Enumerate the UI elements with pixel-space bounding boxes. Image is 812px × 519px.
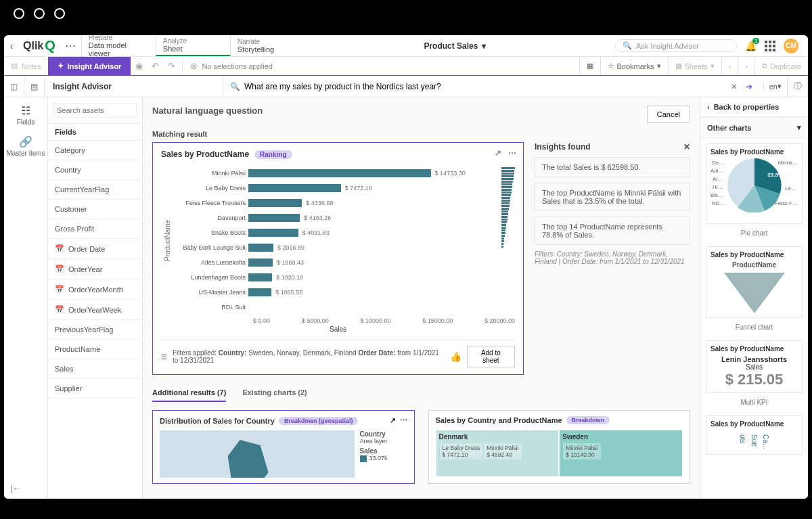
treemap-col[interactable]: DenmarkLe Baby Dress$ 7472.10Minnki Päls… [436, 430, 560, 477]
app-launcher-button[interactable] [765, 41, 775, 51]
asset-item[interactable]: 📅OrderYear [48, 259, 142, 279]
insights-title: Insights found [535, 142, 591, 152]
language-selector[interactable]: en ▾ [764, 76, 788, 97]
window-controls[interactable] [14, 8, 65, 19]
sheets-button[interactable]: ▦Sheets ▾ [668, 57, 721, 75]
bar [248, 288, 271, 296]
bar-row[interactable]: $ 7472.10 [248, 181, 496, 196]
more-icon[interactable]: ⋯ [508, 148, 516, 158]
duplicate-button[interactable]: ⧉Duplicate [754, 57, 808, 75]
notes-label: Notes [22, 62, 41, 70]
treemap-col[interactable]: SwedenMinnki Pälsii$ 10140.90 [559, 430, 683, 477]
chevron-down-icon: ▾ [797, 123, 801, 132]
asset-item[interactable]: Supplier [48, 379, 142, 399]
sheet-title-dropdown[interactable]: Product Sales ▾ [304, 35, 606, 56]
fullscreen-icon[interactable]: ↗ [495, 148, 501, 158]
treemap-cell[interactable]: Le Baby Dress$ 7472.10 [440, 443, 483, 459]
map-legend: Country Area layer Sales 33.07k [360, 430, 407, 478]
asset-item[interactable]: 📅Order Date [48, 239, 142, 259]
fullscreen-icon[interactable]: ↗ [390, 416, 396, 425]
asset-item[interactable]: Gross Profit [48, 219, 142, 239]
next-sheet-button[interactable]: › [738, 57, 754, 75]
bar-row[interactable]: $ 2016.89 [248, 240, 496, 255]
clear-selections-icon[interactable]: ⊗ [185, 61, 202, 71]
asset-item[interactable]: Category [48, 141, 142, 160]
close-icon[interactable]: ✕ [683, 142, 690, 152]
asset-item[interactable]: 📅OrderYearWeek [48, 300, 142, 320]
bar-row[interactable]: $ 1865.55 [248, 285, 496, 300]
bar-row[interactable]: $ 4031.63 [248, 225, 496, 240]
tab-existing-charts[interactable]: Existing charts (2) [242, 388, 307, 402]
treemap-cell[interactable]: Minnki Pälsii$ 4592.40 [484, 443, 521, 459]
prop-card-trellis[interactable]: Sales by ProductName ots Suit Ca… [706, 415, 803, 455]
bar-row[interactable]: $ 1968.43 [248, 255, 496, 270]
add-to-sheet-button[interactable]: Add to sheet [467, 346, 515, 367]
prop-card-pie[interactable]: Sales by ProductName De… Adi… Ai… Hi… Bi… [706, 143, 803, 224]
panel-toggle-left[interactable]: ◫ [4, 78, 24, 95]
asset-item-label: OrderYear [68, 265, 102, 273]
insight-advisor-toggle[interactable]: ✦Insight Advisor [48, 57, 131, 75]
cancel-button[interactable]: Cancel [647, 106, 690, 123]
mode-analyze-big: Sheet [163, 45, 223, 53]
asset-item[interactable]: ProductName [48, 340, 142, 359]
bar [248, 229, 298, 237]
step-back-icon[interactable]: ↶ [147, 61, 163, 71]
mode-analyze-tab[interactable]: Analyze Sheet [156, 35, 230, 56]
layout-icon[interactable]: ▦ [579, 57, 600, 75]
bar-row[interactable]: $ 4336.68 [248, 196, 496, 210]
nav-back-button[interactable]: ‹ [4, 35, 19, 56]
bar-label: Atles Lussekofta [174, 255, 248, 270]
assets-search-input[interactable] [53, 103, 137, 118]
bar-row[interactable]: $ 14733.30 [248, 166, 496, 181]
chevron-left-icon: ‹ [707, 103, 710, 111]
ia-search-input[interactable]: 🔍 ✕ ➔ [223, 82, 764, 91]
asset-item[interactable]: CurrentYearFlag [48, 180, 142, 200]
bar-row[interactable]: $ 4163.26 [248, 210, 496, 225]
sheet-title-text: Product Sales [424, 41, 478, 51]
back-to-properties[interactable]: ‹Back to properties [700, 97, 808, 117]
bookmarks-button[interactable]: ☆Bookmarks ▾ [600, 57, 668, 75]
notes-button[interactable]: ▤Notes [4, 62, 48, 70]
map-area[interactable] [160, 430, 355, 478]
prev-sheet-button[interactable]: ‹ [721, 57, 738, 75]
mode-prepare-tab[interactable]: Prepare Data model viewer [81, 35, 156, 56]
asset-item[interactable]: 📅OrderYearMonth [48, 279, 142, 300]
asset-item[interactable]: Sales [48, 359, 142, 379]
clear-icon[interactable]: ✕ [727, 82, 742, 91]
global-search-input[interactable]: 🔍 Ask Insight Advisor [615, 39, 737, 52]
thumbs-up-button[interactable]: 👍 [450, 351, 461, 362]
panel-toggle-right[interactable]: ▤ [24, 78, 45, 95]
selection-tool-icon[interactable]: ◉ [131, 61, 147, 71]
step-fwd-icon[interactable]: ↷ [163, 61, 179, 71]
app-logo[interactable]: QlikQ [19, 35, 60, 56]
notifications-button[interactable]: 🔔3 [745, 41, 757, 51]
trellis-thumb: ots Suit Ca… [710, 430, 798, 450]
prop-card-funnel[interactable]: Sales by ProductName ProductName [706, 246, 803, 318]
asset-item-label: CurrentYearFlag [55, 185, 109, 194]
submit-icon[interactable]: ➔ [742, 82, 757, 91]
user-avatar[interactable]: CM [784, 39, 798, 53]
rail-master-items[interactable]: 🔗Master items [6, 135, 45, 157]
other-charts-header[interactable]: Other charts▾ [700, 117, 808, 138]
tab-additional-results[interactable]: Additional results (7) [152, 388, 226, 402]
asset-item[interactable]: Customer [48, 200, 142, 219]
treemap-area[interactable]: DenmarkLe Baby Dress$ 7472.10Minnki Päls… [436, 430, 683, 477]
prop-card-kpi[interactable]: Sales by ProductName Lenin Jeansshorts S… [706, 340, 803, 393]
database-icon: ☷ [21, 104, 30, 117]
app-menu-button[interactable]: ⋯ [60, 35, 81, 56]
bar-row[interactable]: $ 1920.10 [248, 270, 496, 285]
bar [248, 214, 300, 222]
overview-scroll[interactable] [501, 166, 515, 315]
mode-narrate-tab[interactable]: Narrate Storytelling [230, 35, 304, 56]
asset-item[interactable]: Country [48, 160, 142, 180]
ia-question-field[interactable] [244, 82, 727, 91]
treemap-cell[interactable]: Minnki Pälsii$ 10140.90 [563, 443, 600, 459]
rail-fields[interactable]: ☷Fields [17, 104, 35, 126]
collapse-handle[interactable]: |← [11, 484, 21, 493]
bar-value: $ 1920.10 [276, 274, 303, 281]
map-card-pill: Breakdown (geospatial) [279, 417, 359, 425]
info-icon[interactable]: ⓘ [788, 76, 808, 97]
bar-row[interactable] [248, 300, 496, 315]
asset-item[interactable]: PreviousYearFlag [48, 320, 142, 340]
more-icon[interactable]: ⋯ [400, 416, 407, 425]
